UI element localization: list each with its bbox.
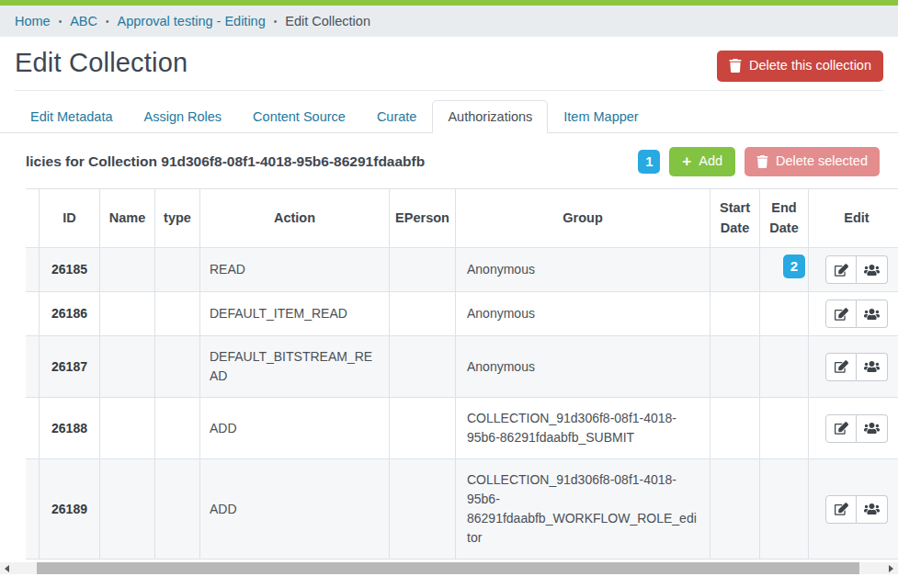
page-header: Edit Collection Delete this collection: [15, 48, 883, 91]
cell-name: [100, 398, 155, 459]
cell-action: DEFAULT_ITEM_READ: [200, 292, 390, 336]
cell-end-date: [760, 292, 809, 336]
tab-item-mapper[interactable]: Item Mapper: [548, 100, 654, 133]
cell-select: [26, 248, 40, 292]
table-row: 26186 DEFAULT_ITEM_READ Anonymous: [26, 292, 898, 336]
scrollbar-left-arrow[interactable]: [0, 562, 14, 574]
page-title: Edit Collection: [15, 48, 188, 78]
pencil-square-icon: [835, 264, 848, 277]
cell-start-date: [710, 459, 760, 560]
breadcrumb-current-page: Edit Collection: [285, 14, 370, 28]
cell-name: [100, 292, 155, 336]
annotation-marker-1: 1: [638, 150, 660, 174]
annotation-marker-2: 2: [783, 254, 805, 278]
cell-eperson: [390, 292, 456, 336]
cell-name: [100, 248, 155, 292]
cell-id: 26185: [40, 248, 100, 292]
edit-group-button[interactable]: [857, 495, 888, 524]
cell-start-date: [710, 248, 760, 292]
policies-table-container: 2 ID Name type Action EPerson Group Star…: [26, 188, 898, 560]
cell-edit: [809, 398, 898, 459]
cell-type: [155, 336, 200, 398]
cell-group: COLLECTION_91d306f8-08f1-4018-95b6-86291…: [456, 398, 710, 459]
users-icon: [864, 264, 880, 277]
edit-policy-button[interactable]: [825, 353, 857, 381]
cell-edit: [809, 336, 898, 398]
toolbar-actions: 1 + Add Delete selected: [638, 147, 880, 176]
table-row: 26185 READ Anonymous: [26, 248, 898, 292]
column-header-name: Name: [100, 188, 155, 248]
edit-policy-button[interactable]: [825, 414, 857, 443]
cell-type: [155, 459, 200, 560]
pencil-square-icon: [835, 360, 848, 373]
trash-icon: [756, 155, 768, 168]
cell-select: [26, 292, 40, 336]
triangle-left-icon: [5, 565, 9, 572]
cell-type: [155, 398, 200, 459]
cell-end-date: [760, 459, 809, 560]
cell-eperson: [390, 336, 456, 398]
cell-start-date: [710, 398, 760, 459]
cell-id: 26186: [40, 292, 100, 336]
cell-type: [155, 248, 200, 292]
column-header-end-date: End Date: [760, 188, 809, 248]
table-row: 26188 ADD COLLECTION_91d306f8-08f1-4018-…: [26, 398, 898, 459]
add-policy-label: Add: [699, 154, 722, 169]
triangle-right-icon: [889, 565, 893, 572]
breadcrumb-community-link[interactable]: Approval testing - Editing: [118, 14, 266, 28]
cell-start-date: [710, 292, 760, 336]
tab-authorizations[interactable]: Authorizations: [432, 100, 548, 133]
scrollbar-right-arrow[interactable]: [884, 562, 898, 574]
delete-selected-label: Delete selected: [776, 154, 868, 169]
cell-eperson: [390, 398, 456, 459]
trash-icon: [729, 59, 742, 73]
cell-group: COLLECTION_91d306f8-08f1-4018-95b6-86291…: [456, 459, 710, 560]
edit-policy-button[interactable]: [825, 300, 857, 328]
tab-curate[interactable]: Curate: [361, 100, 433, 133]
column-header-action: Action: [200, 188, 390, 248]
edit-group-button[interactable]: [857, 414, 888, 443]
cell-name: [100, 336, 155, 398]
plus-icon: +: [682, 154, 691, 168]
breadcrumb-separator: •: [106, 17, 109, 27]
edit-group-button[interactable]: [857, 300, 888, 328]
edit-policy-button[interactable]: [825, 495, 857, 524]
tab-edit-metadata[interactable]: Edit Metadata: [15, 100, 128, 133]
breadcrumb-home-link[interactable]: Home: [15, 14, 51, 28]
pencil-square-icon: [835, 308, 848, 321]
cell-edit: [809, 292, 898, 336]
edit-group-button[interactable]: [857, 255, 888, 284]
cell-group: Anonymous: [456, 336, 710, 398]
breadcrumb: Home • ABC • Approval testing - Editing …: [0, 6, 898, 37]
policies-heading: licies for Collection 91d306f8-08f1-4018…: [26, 153, 425, 170]
cell-action: ADD: [200, 459, 390, 560]
delete-collection-button[interactable]: Delete this collection: [717, 51, 883, 82]
cell-select: [26, 336, 40, 398]
breadcrumb-abc-link[interactable]: ABC: [70, 14, 97, 28]
users-icon: [864, 360, 880, 373]
cell-name: [100, 459, 155, 560]
policies-toolbar: licies for Collection 91d306f8-08f1-4018…: [26, 147, 880, 176]
tab-assign-roles[interactable]: Assign Roles: [128, 100, 237, 133]
delete-collection-label: Delete this collection: [749, 59, 871, 74]
table-row: 26189 ADD COLLECTION_91d306f8-08f1-4018-…: [26, 459, 898, 560]
column-header-type: type: [155, 188, 200, 248]
cell-end-date: [760, 336, 809, 398]
cell-id: 26189: [40, 459, 100, 560]
cell-end-date: [760, 398, 809, 459]
add-policy-button[interactable]: + Add: [669, 147, 735, 176]
policies-table: ID Name type Action EPerson Group Start …: [26, 188, 898, 560]
horizontal-scrollbar[interactable]: [0, 562, 898, 574]
column-header-edit: Edit: [809, 188, 898, 248]
column-header-id: ID: [40, 188, 100, 248]
cell-action: READ: [200, 248, 390, 292]
edit-policy-button[interactable]: [825, 255, 857, 284]
breadcrumb-separator: •: [59, 17, 63, 27]
edit-group-button[interactable]: [857, 353, 888, 381]
users-icon: [864, 308, 880, 321]
tab-bar: Edit Metadata Assign Roles Content Sourc…: [0, 100, 898, 133]
cell-eperson: [390, 459, 456, 560]
scrollbar-thumb[interactable]: [37, 562, 859, 574]
delete-selected-button[interactable]: Delete selected: [745, 147, 880, 176]
tab-content-source[interactable]: Content Source: [237, 100, 361, 133]
